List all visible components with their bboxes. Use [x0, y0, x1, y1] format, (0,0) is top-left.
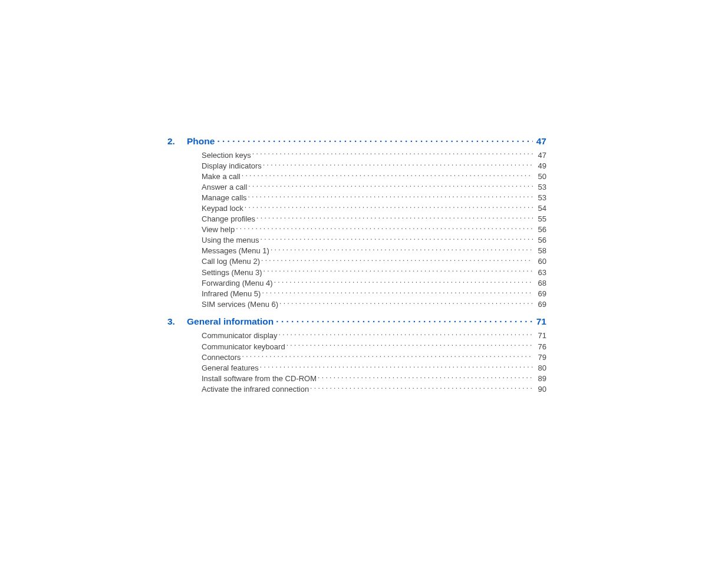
toc-entry-page: 63 [535, 267, 546, 278]
toc-entry-title: Forwarding (Menu 4) [202, 278, 273, 289]
leader-dots [310, 384, 533, 392]
leader-dots [245, 203, 533, 211]
table-of-contents: 2. Phone 47 Selection keys 47 Display in… [167, 135, 546, 401]
toc-entry[interactable]: Forwarding (Menu 4) 68 [202, 278, 546, 289]
leader-dots [279, 299, 533, 307]
toc-entry-page: 71 [535, 330, 546, 341]
leader-dots [261, 235, 533, 243]
leader-dots [318, 373, 533, 381]
toc-entry[interactable]: Activate the infrared connection 90 [202, 384, 546, 395]
toc-entry-title: Communicator keyboard [202, 342, 285, 352]
leader-dots [242, 352, 533, 360]
leader-dots [260, 363, 533, 371]
leader-dots [256, 214, 533, 222]
toc-entry-title: Make a call [202, 171, 241, 182]
toc-entry-title: Infrared (Menu 5) [202, 289, 261, 299]
leader-dots [242, 171, 533, 179]
toc-entry-title: General features [202, 363, 259, 373]
toc-section-head[interactable]: 3. General information 71 [167, 316, 546, 328]
leader-dots [262, 289, 533, 296]
toc-entry[interactable]: Call log (Menu 2) 60 [202, 256, 546, 267]
toc-entry-page: 69 [535, 289, 546, 299]
toc-entry-title: View help [202, 224, 235, 235]
toc-entry[interactable]: Manage calls 53 [202, 193, 546, 203]
toc-entry-page: 76 [535, 342, 546, 352]
leader-dots [248, 193, 533, 200]
leader-dots [276, 316, 532, 325]
leader-dots [263, 161, 533, 168]
toc-entry-page: 56 [535, 224, 546, 235]
toc-entry-page: 80 [535, 363, 546, 373]
toc-entry-title: Selection keys [202, 150, 251, 161]
toc-entry-page: 58 [535, 246, 546, 256]
toc-entry-page: 69 [535, 299, 546, 310]
toc-entry[interactable]: Change profiles 55 [202, 214, 546, 224]
toc-entry[interactable]: Display indicators 49 [202, 161, 546, 171]
toc-entry-page: 53 [535, 182, 546, 193]
toc-entry[interactable]: Selection keys 47 [202, 150, 546, 161]
document-page: 2. Phone 47 Selection keys 47 Display in… [0, 0, 728, 562]
toc-entry-title: Messages (Menu 1) [202, 246, 269, 256]
toc-entry[interactable]: Messages (Menu 1) 58 [202, 246, 546, 256]
toc-entry[interactable]: Keypad lock 54 [202, 203, 546, 214]
toc-section-number: 2. [167, 136, 187, 147]
leader-dots [217, 135, 532, 144]
toc-entry-page: 68 [535, 278, 546, 289]
toc-entry-title: Answer a call [202, 182, 247, 193]
toc-entry-page: 49 [535, 161, 546, 171]
toc-entry-title: SIM services (Menu 6) [202, 299, 278, 310]
toc-entry[interactable]: Settings (Menu 3) 63 [202, 267, 546, 278]
leader-dots [279, 330, 533, 338]
toc-entry-title: Change profiles [202, 214, 255, 224]
toc-entry-title: Settings (Menu 3) [202, 267, 262, 278]
toc-entry-title: Connectors [202, 352, 241, 363]
toc-entry[interactable]: Communicator display 71 [202, 330, 546, 341]
toc-entry[interactable]: Make a call 50 [202, 171, 546, 182]
toc-section-number: 3. [167, 316, 187, 327]
toc-entry-page: 60 [535, 256, 546, 267]
toc-entry[interactable]: Connectors 79 [202, 352, 546, 363]
toc-entry[interactable]: Install software from the CD-ROM 89 [202, 373, 546, 384]
toc-entry-title: Manage calls [202, 193, 247, 203]
leader-dots [261, 256, 533, 264]
toc-entry-page: 79 [535, 352, 546, 363]
toc-entry-title: Display indicators [202, 161, 262, 171]
toc-entry[interactable]: Infrared (Menu 5) 69 [202, 289, 546, 299]
toc-entry-title: Install software from the CD-ROM [202, 373, 317, 384]
toc-section-title: Phone [187, 136, 215, 147]
toc-entry-page: 47 [535, 150, 546, 161]
toc-entry-title: Communicator display [202, 330, 278, 341]
leader-dots [274, 278, 533, 286]
toc-entry-title: Keypad lock [202, 203, 243, 214]
toc-entry-title: Call log (Menu 2) [202, 256, 260, 267]
toc-entry-page: 53 [535, 193, 546, 203]
toc-entry-page: 56 [535, 235, 546, 246]
toc-entry-page: 54 [535, 203, 546, 214]
toc-entry-page: 90 [535, 384, 546, 395]
toc-entry[interactable]: General features 80 [202, 363, 546, 373]
leader-dots [286, 342, 533, 349]
leader-dots [271, 246, 533, 253]
toc-section-page: 47 [536, 136, 546, 147]
toc-entry[interactable]: Using the menus 56 [202, 235, 546, 246]
toc-entry[interactable]: SIM services (Menu 6) 69 [202, 299, 546, 310]
toc-entry-page: 55 [535, 214, 546, 224]
toc-entry-title: Activate the infrared connection [202, 384, 309, 395]
toc-entry-page: 50 [535, 171, 546, 182]
toc-section-page: 71 [536, 316, 546, 327]
toc-entry[interactable]: View help 56 [202, 224, 546, 235]
leader-dots [236, 224, 533, 232]
toc-entry[interactable]: Communicator keyboard 76 [202, 342, 546, 352]
toc-entry-title: Using the menus [202, 235, 259, 246]
leader-dots [252, 150, 533, 158]
toc-section: 2. Phone 47 Selection keys 47 Display in… [167, 135, 546, 310]
toc-entry-page: 89 [535, 373, 546, 384]
toc-section-head[interactable]: 2. Phone 47 [167, 135, 546, 147]
toc-entries: Communicator display 71 Communicator key… [202, 330, 546, 395]
toc-entries: Selection keys 47 Display indicators 49 … [202, 150, 546, 310]
toc-section-title: General information [187, 316, 274, 327]
toc-entry[interactable]: Answer a call 53 [202, 182, 546, 193]
toc-section: 3. General information 71 Communicator d… [167, 316, 546, 395]
leader-dots [248, 182, 533, 190]
leader-dots [263, 267, 533, 275]
